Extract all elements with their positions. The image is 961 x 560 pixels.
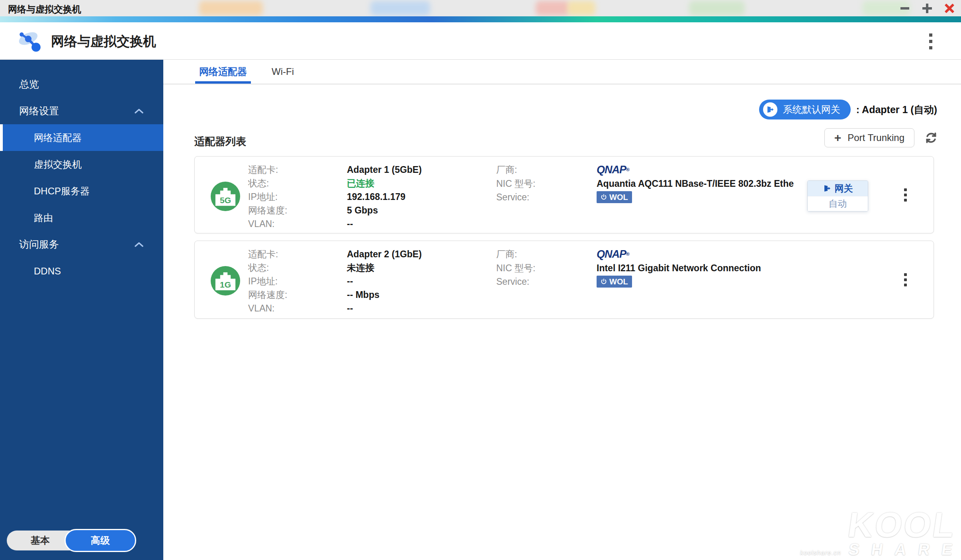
wol-badge: WOL bbox=[597, 276, 632, 288]
adapter-speed: 5 Gbps bbox=[347, 204, 478, 217]
gateway-popup-auto-option[interactable]: 自动 bbox=[808, 196, 868, 211]
kebab-icon bbox=[929, 33, 932, 37]
minimize-button[interactable] bbox=[899, 2, 911, 14]
plus-icon: + bbox=[834, 132, 842, 144]
adapter-name: Adapter 2 (1GbE) bbox=[347, 247, 478, 261]
new-window-button[interactable] bbox=[921, 2, 933, 14]
app-header: 网络与虚拟交换机 bbox=[0, 22, 961, 60]
desktop-icon-blur bbox=[536, 1, 570, 16]
advanced-mode-button[interactable]: 高级 bbox=[65, 529, 136, 552]
sidebar-item-routing[interactable]: 路由 bbox=[0, 204, 163, 231]
tab-network-adapter[interactable]: 网络适配器 bbox=[195, 60, 251, 84]
adapter-more-options-button[interactable] bbox=[899, 185, 911, 205]
port-trunking-button[interactable]: + Port Trunking bbox=[824, 128, 914, 147]
sidebar-item-dhcp-server[interactable]: DHCP服务器 bbox=[0, 178, 163, 204]
adapter-more-options-button[interactable] bbox=[899, 270, 911, 290]
desktop-icon-blur bbox=[199, 1, 263, 16]
nic-model: Intel I211 Gigabit Network Connection bbox=[597, 261, 812, 275]
desktop-icon-blur bbox=[370, 1, 430, 16]
adapter-type-icon: 5G bbox=[211, 182, 240, 211]
sidebar-item-virtual-switch[interactable]: 虚拟交换机 bbox=[0, 151, 163, 178]
nic-model: Aquantia AQC111 NBase-T/IEEE 802.3bz Eth… bbox=[597, 177, 810, 190]
minimize-icon bbox=[900, 7, 909, 10]
page-title: 网络与虚拟交换机 bbox=[51, 33, 156, 51]
wol-badge: WOL bbox=[597, 191, 632, 203]
chevron-up-icon bbox=[135, 242, 143, 247]
kebab-icon bbox=[904, 188, 907, 191]
kebab-icon bbox=[904, 273, 907, 276]
adapter-vendor-columns: 厂商: QNAP® NIC 型号: Aquantia AQC111 NBase-… bbox=[496, 163, 812, 204]
default-gateway-value: : Adapter 1 (自动) bbox=[856, 103, 937, 116]
system-default-gateway-button[interactable]: 系统默认网关 bbox=[759, 100, 851, 119]
desktop-icon-blur bbox=[689, 1, 745, 16]
gateway-popup-gateway-option[interactable]: 网关 bbox=[808, 181, 868, 196]
mode-toggle: 基本 高级 bbox=[7, 531, 135, 550]
adapter-vlan: -- bbox=[347, 217, 478, 231]
window-titlebar: 网络与虚拟交换机 bbox=[0, 0, 961, 16]
adapter-info-columns: 适配卡:Adapter 1 (5GbE) 状态:已连接 IP地址:192.168… bbox=[248, 163, 478, 231]
adapter-card-1: 5G 适配卡:Adapter 1 (5GbE) 状态:已连接 IP地址:192.… bbox=[194, 156, 934, 233]
sidebar-group-access-services[interactable]: 访问服务 bbox=[0, 231, 163, 258]
svg-text:1G: 1G bbox=[220, 280, 231, 289]
main-content: 网络适配器 Wi-Fi 系统默认网关 : Adapter 1 (自动) 适配器列… bbox=[163, 60, 961, 560]
power-icon bbox=[601, 278, 607, 285]
desktop-icon-blur bbox=[568, 1, 595, 16]
system-gateway-row: 系统默认网关 : Adapter 1 (自动) bbox=[759, 100, 937, 119]
gateway-popup: 网关 自动 bbox=[807, 180, 868, 211]
network-switch-logo-icon bbox=[17, 28, 43, 54]
close-button[interactable] bbox=[943, 2, 955, 14]
adapter-toolbar: + Port Trunking bbox=[824, 128, 940, 147]
adapter-vendor-columns: 厂商: QNAP® NIC 型号: Intel I211 Gigabit Net… bbox=[496, 247, 812, 288]
tab-wifi[interactable]: Wi-Fi bbox=[268, 60, 298, 84]
adapter-vlan: -- bbox=[347, 302, 478, 315]
adapter-ip: 192.168.1.179 bbox=[347, 190, 478, 204]
gateway-icon bbox=[763, 102, 777, 117]
basic-mode-button[interactable]: 基本 bbox=[7, 531, 73, 550]
sidebar-item-network-adapter[interactable]: 网络适配器 bbox=[0, 124, 163, 151]
power-icon bbox=[601, 194, 607, 200]
adapter-info-columns: 适配卡:Adapter 2 (1GbE) 状态:未连接 IP地址:-- 网络速度… bbox=[248, 247, 478, 315]
adapter-name: Adapter 1 (5GbE) bbox=[347, 163, 478, 176]
sidebar-group-network-settings[interactable]: 网络设置 bbox=[0, 98, 163, 124]
refresh-icon bbox=[924, 131, 938, 145]
adapter-type-icon: 1G bbox=[211, 266, 240, 296]
window-title: 网络与虚拟交换机 bbox=[8, 3, 81, 16]
adapter-status: 已连接 bbox=[347, 176, 478, 190]
sidebar-item-ddns[interactable]: DDNS bbox=[0, 258, 163, 284]
tab-bar: 网络适配器 Wi-Fi bbox=[163, 60, 961, 84]
app-window: 网络与虚拟交换机 网络与虚拟交换机 总览 网络设置 bbox=[0, 0, 961, 560]
refresh-button[interactable] bbox=[922, 129, 940, 147]
koolshare-watermark: KOOL koolshare.cn SHARE bbox=[800, 509, 958, 558]
svg-text:5G: 5G bbox=[220, 196, 231, 205]
vendor-logo: QNAP® bbox=[597, 247, 812, 261]
adapter-card-2: 1G 适配卡:Adapter 2 (1GbE) 状态:未连接 IP地址:-- 网… bbox=[194, 241, 934, 319]
adapter-ip: -- bbox=[347, 274, 478, 288]
chevron-up-icon bbox=[135, 109, 143, 114]
adapter-list-heading: 适配器列表 bbox=[194, 135, 246, 149]
sidebar: 总览 网络设置 网络适配器 虚拟交换机 DHCP服务器 路由 访问服务 DDNS… bbox=[0, 60, 163, 560]
adapter-speed: -- Mbps bbox=[347, 288, 478, 302]
gradient-divider bbox=[0, 16, 961, 22]
sidebar-item-overview[interactable]: 总览 bbox=[0, 71, 163, 98]
vendor-logo: QNAP® bbox=[597, 163, 812, 177]
adapter-status: 未连接 bbox=[347, 261, 478, 274]
header-menu-button[interactable] bbox=[923, 33, 939, 50]
gateway-icon bbox=[823, 184, 832, 193]
